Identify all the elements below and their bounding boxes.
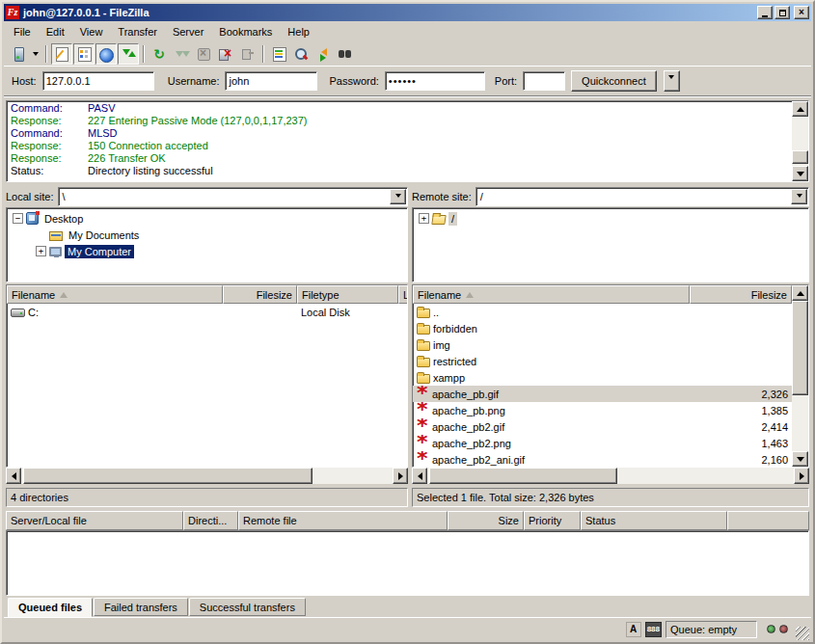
process-queue-button[interactable] <box>171 43 192 65</box>
file-row-img[interactable]: img <box>413 336 792 353</box>
menu-help[interactable]: Help <box>280 23 317 40</box>
scroll-left-button[interactable] <box>6 468 21 484</box>
column-header-server-local-file[interactable]: Server/Local file <box>6 511 183 530</box>
tab-queued-files[interactable]: Queued files <box>8 598 93 617</box>
tree-expand-icon[interactable]: + <box>36 246 46 256</box>
scrollbar-track[interactable] <box>21 468 393 484</box>
synchronized-browsing-button[interactable] <box>312 43 334 65</box>
scroll-down-button[interactable] <box>792 166 808 181</box>
tree-item-desktop[interactable]: −Desktop <box>7 210 407 227</box>
receive-activity-led <box>779 625 788 633</box>
scroll-right-button[interactable] <box>794 468 809 484</box>
local-site-combo[interactable]: \ <box>58 187 408 206</box>
scrollbar-thumb[interactable] <box>429 468 617 484</box>
column-header-filename[interactable]: Filename <box>7 285 223 304</box>
column-header-priority[interactable]: Priority <box>524 511 581 530</box>
scrollbar-track[interactable] <box>792 117 808 166</box>
filesize-cell: 2,326 <box>690 386 792 402</box>
file-row-forbidden[interactable]: forbidden <box>413 320 792 336</box>
column-header-directi[interactable]: Directi... <box>183 511 238 530</box>
scrollbar-thumb[interactable] <box>23 468 312 484</box>
file-row-xampp[interactable]: xampp <box>413 369 792 386</box>
tab-successful-transfers[interactable]: Successful transfers <box>189 598 306 616</box>
filename-text: .. <box>433 307 439 318</box>
scroll-up-button[interactable] <box>792 285 808 301</box>
menu-file[interactable]: File <box>6 23 39 40</box>
tab-failed-transfers[interactable]: Failed transfers <box>94 598 188 616</box>
column-header-l[interactable]: L <box>398 285 407 304</box>
menu-view[interactable]: View <box>72 23 111 40</box>
file-row-apache-pb-png[interactable]: apache_pb.png1,385 <box>413 402 792 418</box>
arrow-right-icon <box>800 472 808 480</box>
log-line-label: Command: <box>11 127 88 140</box>
remote-list-header: FilenameFilesize <box>413 285 792 304</box>
scroll-left-button[interactable] <box>412 468 427 484</box>
local-hscrollbar[interactable] <box>6 468 408 484</box>
column-header-filesize[interactable]: Filesize <box>690 285 792 304</box>
toggle-log-button[interactable] <box>51 43 72 65</box>
disconnect-button[interactable] <box>215 43 236 65</box>
column-header-status[interactable]: Status <box>581 511 727 530</box>
file-row-apache-pb-gif[interactable]: apache_pb.gif2,326 <box>413 386 792 402</box>
close-button[interactable]: × <box>794 6 809 19</box>
remote-hscrollbar[interactable] <box>412 468 809 484</box>
file-row-apache-pb2-png[interactable]: apache_pb2.png1,463 <box>413 435 792 451</box>
scroll-down-button[interactable] <box>792 451 808 467</box>
file-row-c[interactable]: C:Local Disk <box>7 304 407 320</box>
host-input[interactable] <box>42 71 154 91</box>
tree-collapse-icon[interactable]: − <box>13 213 23 224</box>
reconnect-button[interactable] <box>237 43 258 65</box>
menu-transfer[interactable]: Transfer <box>110 23 165 40</box>
quickconnect-dropdown[interactable] <box>664 70 680 92</box>
column-header-filesize[interactable]: Filesize <box>223 285 297 304</box>
site-manager-button[interactable] <box>8 43 29 65</box>
scroll-up-button[interactable] <box>792 101 808 117</box>
remote-vscrollbar[interactable] <box>792 285 808 467</box>
scrollbar-track[interactable] <box>792 301 808 451</box>
file-row-apache-pb2-ani-gif[interactable]: apache_pb2_ani.gif2,160 <box>413 451 792 467</box>
resize-grip[interactable] <box>796 627 809 640</box>
openfolder-icon <box>431 215 446 225</box>
toggle-local-tree-button[interactable] <box>73 43 95 65</box>
tree-item-blank[interactable]: +/ <box>413 210 808 227</box>
scrollbar-thumb[interactable] <box>792 301 808 395</box>
menu-edit[interactable]: Edit <box>39 23 72 40</box>
file-row-apache-pb2-gif[interactable]: apache_pb2.gif2,414 <box>413 418 792 435</box>
minimize-button[interactable] <box>757 6 773 19</box>
site-manager-dropdown[interactable] <box>30 43 41 65</box>
column-header-size[interactable]: Size <box>448 511 524 530</box>
log-scrollbar[interactable] <box>792 101 808 181</box>
scrollbar-track[interactable] <box>427 468 794 484</box>
toggle-queue-button[interactable] <box>118 43 139 65</box>
filename-text: apache_pb.png <box>432 405 505 416</box>
remote-site-dropdown[interactable] <box>791 189 807 204</box>
refresh-button[interactable]: ↻ <box>149 43 170 65</box>
menu-server[interactable]: Server <box>165 23 211 40</box>
find-files-button[interactable] <box>335 43 356 65</box>
file-row-restricted[interactable]: restricted <box>413 353 792 369</box>
column-header-blank[interactable] <box>727 511 809 530</box>
local-site-dropdown[interactable] <box>390 189 406 204</box>
filter-button[interactable] <box>268 43 289 65</box>
column-header-remote-file[interactable]: Remote file <box>238 511 448 530</box>
maximize-button[interactable] <box>774 6 790 19</box>
password-input[interactable] <box>385 71 485 91</box>
cancel-operation-button[interactable] <box>193 43 214 65</box>
quickconnect-button[interactable]: Quickconnect <box>571 70 657 92</box>
scrollbar-thumb[interactable] <box>792 150 808 164</box>
tree-expand-icon[interactable]: + <box>419 213 429 224</box>
remote-site-combo[interactable]: / <box>475 187 809 206</box>
tree-item-my-computer[interactable]: +My Computer <box>7 243 407 259</box>
column-header-filetype[interactable]: Filetype <box>297 285 398 304</box>
username-input[interactable] <box>225 71 317 91</box>
menu-bookmarks[interactable]: Bookmarks <box>211 23 280 40</box>
port-input[interactable] <box>523 71 565 91</box>
tree-item-my-documents[interactable]: My Documents <box>7 227 407 243</box>
file-row-blank[interactable]: .. <box>413 304 792 320</box>
title-bar[interactable]: Fz john@127.0.0.1 - FileZilla × <box>4 4 811 21</box>
scroll-right-button[interactable] <box>393 468 408 484</box>
toggle-remote-tree-button[interactable] <box>95 43 117 65</box>
directory-comparison-button[interactable] <box>290 43 312 65</box>
column-header-filename[interactable]: Filename <box>413 285 690 304</box>
remote-site-value: / <box>476 191 790 202</box>
